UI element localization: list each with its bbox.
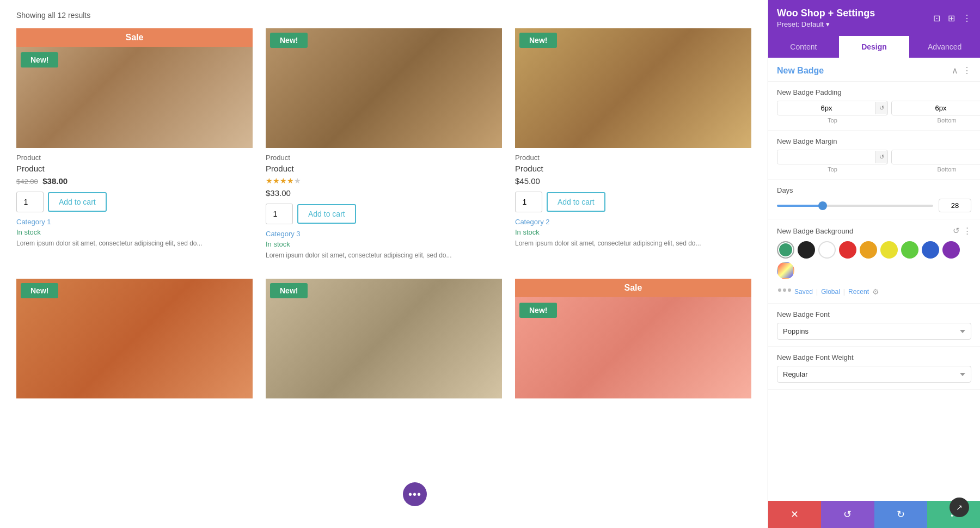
price-wrap-1: $42.00 $38.00 — [16, 176, 253, 186]
padding-bottom-input[interactable] — [892, 101, 980, 115]
undo-icon: ↺ — [843, 508, 852, 520]
swatch-yellow[interactable] — [880, 241, 898, 259]
product-type-3: Product — [515, 154, 751, 162]
new-badge-1: New! — [21, 52, 58, 67]
in-stock-1: In stock — [16, 228, 253, 236]
category-link-2[interactable]: Category 3 — [266, 230, 502, 238]
product-card-6: Sale New! — [515, 279, 751, 398]
price-old-1: $42.00 — [16, 177, 38, 186]
tab-content[interactable]: Content — [768, 36, 839, 58]
preset-label: Preset: Default — [777, 20, 824, 28]
product-card-4: New! — [16, 279, 253, 398]
product-card-3: New! Product Product $45.00 Add to cart … — [515, 28, 751, 266]
new-badge-3: New! — [519, 33, 557, 48]
add-to-cart-btn-2[interactable]: Add to cart — [297, 204, 356, 224]
cancel-button[interactable]: ✕ — [768, 501, 821, 528]
badge-font-weight-group: New Badge Font Weight Regular Bold Itali… — [768, 347, 980, 390]
font-weight-select[interactable]: Regular Bold Italic Light — [777, 366, 971, 383]
product-info-1: Product Product $42.00 $38.00 Add to car… — [16, 148, 253, 254]
description-3: Lorem ipsum dolor sit amet, consectetur … — [515, 238, 751, 248]
panel-icon-target[interactable]: ⊡ — [933, 13, 940, 23]
add-to-cart-btn-3[interactable]: Add to cart — [547, 192, 605, 212]
undo-button[interactable]: ↺ — [821, 501, 874, 528]
margin-bottom-group: ↺ Bottom — [891, 150, 980, 173]
dot-1 — [778, 288, 781, 292]
color-more-dots[interactable] — [778, 288, 791, 292]
padding-top-unit[interactable]: ↺ — [875, 102, 887, 114]
category-link-1[interactable]: Category 1 — [16, 218, 253, 226]
color-more-icon[interactable]: ⋮ — [963, 226, 971, 236]
floating-menu-button[interactable]: ••• — [403, 482, 427, 506]
product-image-2: New! — [266, 28, 502, 148]
product-card-5: New! — [266, 279, 502, 398]
price-2: $33.00 — [266, 188, 291, 198]
swatch-purple[interactable] — [942, 241, 960, 259]
description-2: Lorem ipsum dolor sit amet, consectetur … — [266, 250, 502, 260]
margin-bottom-input[interactable] — [892, 150, 980, 164]
product-type-2: Product — [266, 154, 502, 162]
color-tab-saved[interactable]: Saved — [791, 287, 816, 297]
corner-navigation-icon[interactable]: ↗ — [950, 498, 969, 517]
panel-preset[interactable]: Preset: Default ▾ — [777, 20, 875, 28]
product-image-3: New! — [515, 28, 751, 148]
days-slider[interactable] — [777, 205, 933, 207]
days-label: Days — [777, 186, 971, 194]
in-stock-3: In stock — [515, 228, 751, 236]
swatch-white[interactable] — [818, 241, 836, 259]
margin-bottom-label: Bottom — [938, 166, 957, 173]
panel-icon-grid[interactable]: ⊞ — [948, 13, 955, 23]
tab-design[interactable]: Design — [839, 36, 910, 58]
swatch-red[interactable] — [839, 241, 856, 259]
font-select[interactable]: Poppins Open Sans Roboto Lato Montserrat — [777, 323, 971, 340]
tab-advanced[interactable]: Advanced — [909, 36, 980, 58]
qty-input-2[interactable] — [266, 204, 293, 224]
color-section-header: New Badge Background ↺ ⋮ — [777, 226, 971, 236]
margin-top-group: ↺ Top — [777, 150, 888, 173]
font-weight-label: New Badge Font Weight — [777, 353, 971, 361]
background-label: New Badge Background — [777, 227, 948, 235]
panel-title: Woo Shop + Settings — [777, 8, 875, 19]
product-grid: Sale New! Product Product $42.00 $38.00 … — [16, 28, 751, 398]
color-settings-icon[interactable]: ⚙ — [872, 287, 879, 296]
padding-top-group: ↺ Top — [777, 101, 888, 124]
dot-2 — [783, 288, 786, 292]
padding-top-input-row: ↺ — [777, 101, 888, 115]
swatch-orange[interactable] — [860, 241, 877, 259]
margin-label: New Badge Margin — [777, 137, 971, 145]
padding-top-label: Top — [828, 117, 837, 124]
redo-button[interactable]: ↻ — [874, 501, 927, 528]
product-image-5: New! — [266, 279, 502, 398]
category-link-3[interactable]: Category 2 — [515, 218, 751, 226]
add-to-cart-btn-1[interactable]: Add to cart — [48, 192, 107, 212]
color-bottom-row: Saved | Global | Recent ⚙ — [777, 284, 971, 297]
swatch-blue[interactable] — [922, 241, 939, 259]
font-label: New Badge Font — [777, 310, 971, 318]
new-badge-2: New! — [270, 33, 308, 48]
swatch-lime[interactable] — [901, 241, 918, 259]
product-name-2: Product — [266, 164, 502, 173]
section-more-icon[interactable]: ⋮ — [963, 65, 971, 76]
color-tab-global[interactable]: Global — [818, 287, 843, 297]
color-tab-recent[interactable]: Recent — [845, 287, 872, 297]
floating-menu-dots: ••• — [408, 488, 421, 501]
swatch-black[interactable] — [798, 241, 815, 259]
days-value-input[interactable] — [939, 199, 971, 212]
badge-background-group: New Badge Background ↺ ⋮ — [768, 219, 980, 304]
main-content: Showing all 12 results Sale New! Product… — [0, 0, 768, 528]
qty-input-3[interactable] — [515, 192, 542, 212]
color-reset-icon[interactable]: ↺ — [953, 226, 960, 236]
redo-icon: ↻ — [897, 508, 905, 520]
section-collapse-icon[interactable]: ∧ — [952, 65, 958, 76]
panel-icon-more[interactable]: ⋮ — [963, 13, 971, 23]
swatch-green[interactable] — [777, 241, 794, 259]
section-header-icons: ∧ ⋮ — [952, 65, 971, 76]
qty-input-1[interactable] — [16, 192, 44, 212]
section-title-new-badge: New Badge — [777, 66, 824, 76]
padding-top-input[interactable] — [777, 101, 875, 115]
panel-actions: ✕ ↺ ↻ ✓ — [768, 501, 980, 528]
new-badge-section-header: New Badge ∧ ⋮ — [768, 58, 980, 82]
margin-top-unit[interactable]: ↺ — [875, 151, 887, 163]
swatch-gradient[interactable] — [777, 262, 794, 279]
color-section-icons: ↺ ⋮ — [953, 226, 971, 236]
margin-top-input[interactable] — [777, 150, 875, 164]
